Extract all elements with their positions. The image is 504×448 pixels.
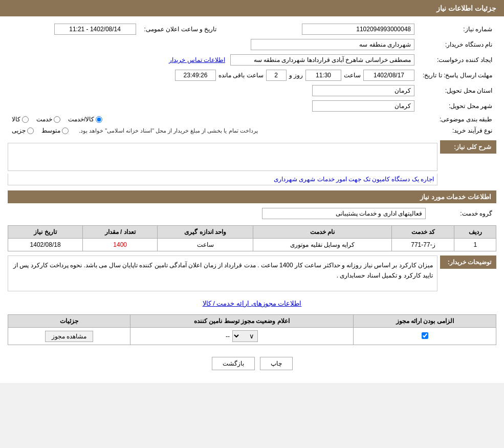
permits-section-link[interactable]: اطلاعات مجوزهای ارائه خدمت / کالا xyxy=(8,296,496,310)
buyer-notes-label: توضیحات خریدار: xyxy=(440,255,496,269)
buyer-notes-text: میزان کارکرد بر اساس نیاز روزانه و حداکث… xyxy=(8,255,437,291)
view-permit-button[interactable]: مشاهده مجوز xyxy=(45,331,93,342)
purchase-minor-label: جزیی xyxy=(12,127,26,134)
permit-required-checkbox[interactable] xyxy=(422,332,428,339)
cell-qty: 1400 xyxy=(83,239,158,251)
page-wrapper: جزئیات اطلاعات نیاز شماره نیاز: 11020949… xyxy=(0,0,504,383)
page-header: جزئیات اطلاعات نیاز xyxy=(0,0,504,16)
col-service-name: نام خدمت xyxy=(253,226,392,239)
col-permit-details: جزئیات xyxy=(8,315,130,328)
permit-status-select[interactable]: ∨ xyxy=(232,330,258,342)
remaining-days-label: روز و xyxy=(289,72,303,79)
response-date: 1402/08/17 xyxy=(363,70,414,81)
creator-contact-link[interactable]: اطلاعات تماس خریدار xyxy=(169,56,225,63)
cell-row-num: 1 xyxy=(454,239,496,251)
category-radio-group: کالا خدمت کالا/خدمت xyxy=(12,116,414,123)
footer-buttons: چاپ بازگشت xyxy=(8,349,496,378)
need-number-label: شماره نیاز: xyxy=(419,22,496,37)
service-group-table: گروه خدمت: فعالیتهای اداری و خدمات پشتیب… xyxy=(8,206,496,221)
page-title: جزئیات اطلاعات نیاز xyxy=(436,4,496,12)
col-permit-required: الزامی بودن ارائه مجوز xyxy=(354,315,496,328)
main-content: شماره نیاز: 1102094993000048 تاریخ و ساع… xyxy=(0,16,504,383)
purchase-medium-radio[interactable] xyxy=(62,127,69,134)
remaining-time-label: ساعت باقی مانده xyxy=(218,72,264,79)
purchase-type-label: نوع فرآیند خرید: xyxy=(419,125,496,136)
general-description-textarea[interactable] xyxy=(8,143,437,169)
purchase-note: پرداخت تمام یا بخشی از مبلغ خریدار از مح… xyxy=(79,127,258,134)
category-goods-label: کالا xyxy=(12,116,20,123)
public-announce-value: 1402/08/14 - 11:21 xyxy=(54,24,136,35)
permits-table: الزامی بودن ارائه مجوز اعلام وضعیت مجوز … xyxy=(8,314,496,345)
cell-service-code: ز-77-771 xyxy=(392,239,454,251)
remaining-days: 2 xyxy=(266,70,287,81)
response-time: 11:30 xyxy=(305,70,341,81)
category-label: طبقه بندی موضوعی: xyxy=(419,114,496,125)
public-announce-label: تاریخ و ساعت اعلان عمومی: xyxy=(140,22,221,37)
permit-status-value: -- xyxy=(226,333,230,340)
permit-table-row: ∨ -- مشاهده مجوز xyxy=(8,328,496,345)
category-both-radio[interactable] xyxy=(96,116,102,123)
col-service-code: کد خدمت xyxy=(392,226,454,239)
remaining-time: 23:49:26 xyxy=(175,70,216,81)
province-value: کرمان xyxy=(312,85,414,96)
need-number-value: 1102094993000048 xyxy=(302,24,414,35)
cell-unit: ساعت xyxy=(158,239,253,251)
col-date: تاریخ نیاز xyxy=(8,226,83,239)
general-description-label: شرح کلی نیاز: xyxy=(440,140,496,154)
purchase-type-radio-group: جزیی متوسط xyxy=(12,127,69,134)
category-service-label: خدمت xyxy=(36,116,52,123)
services-section-header: اطلاعات خدمات مورد نیاز xyxy=(8,190,496,203)
general-description-text: اجاره یک دستگاه کامیون تک جهت امور خدمات… xyxy=(8,174,437,185)
category-goods-radio[interactable] xyxy=(22,116,29,123)
category-option-both: کالا/خدمت xyxy=(68,116,102,123)
category-both-label: کالا/خدمت xyxy=(68,116,94,123)
services-table: ردیف کد خدمت نام خدمت واحد اندازه گیری ت… xyxy=(8,225,496,251)
purchase-medium: متوسط xyxy=(41,127,69,134)
basic-info-table: شماره نیاز: 1102094993000048 تاریخ و ساع… xyxy=(8,22,496,136)
table-row: 1 ز-77-771 کرایه وسایل نقلیه موتوری ساعت… xyxy=(8,239,496,251)
category-option-service: خدمت xyxy=(36,116,60,123)
city-label: شهر محل تحویل: xyxy=(419,98,496,114)
col-unit: واحد اندازه گیری xyxy=(158,226,253,239)
service-group-value: فعالیتهای اداری و خدمات پشتیبانی xyxy=(262,208,426,219)
creator-label: ایجاد کننده درخواست: xyxy=(419,52,496,68)
purchase-medium-label: متوسط xyxy=(41,127,60,134)
permit-required-cell xyxy=(354,328,496,345)
col-qty: تعداد / مقدار xyxy=(83,226,158,239)
creator-value: مصطفی خراسانی شاهرخ آبادی قراردادها شهرد… xyxy=(230,54,414,66)
buyer-notes-row: توضیحات خریدار: میزان کارکرد بر اساس نیا… xyxy=(8,255,496,291)
city-value: کرمان xyxy=(312,100,414,112)
cell-service-name: کرایه وسایل نقلیه موتوری xyxy=(253,239,392,251)
purchase-minor: جزیی xyxy=(12,127,34,134)
cell-date: 1402/08/18 xyxy=(8,239,83,251)
buyer-org-label: نام دستگاه خریدار: xyxy=(419,37,496,52)
category-service-radio[interactable] xyxy=(54,116,60,123)
general-description-row: شرح کلی نیاز: اجاره یک دستگاه کامیون تک … xyxy=(8,140,496,185)
service-group-label: گروه خدمت: xyxy=(430,206,496,221)
category-option-goods: کالا xyxy=(12,116,29,123)
response-deadline-label: مهلت ارسال پاسخ: تا تاریخ: xyxy=(419,68,496,83)
province-label: استان محل تحویل: xyxy=(419,83,496,98)
purchase-minor-radio[interactable] xyxy=(27,127,34,134)
back-button[interactable]: بازگشت xyxy=(212,357,255,370)
col-row-num: ردیف xyxy=(454,226,496,239)
print-button[interactable]: چاپ xyxy=(260,357,293,370)
buyer-org-value: شهرداری منطقه سه xyxy=(251,39,414,50)
col-permit-status: اعلام وضعیت مجوز توسط نامین کننده xyxy=(130,315,354,328)
response-time-label: ساعت xyxy=(344,72,361,79)
